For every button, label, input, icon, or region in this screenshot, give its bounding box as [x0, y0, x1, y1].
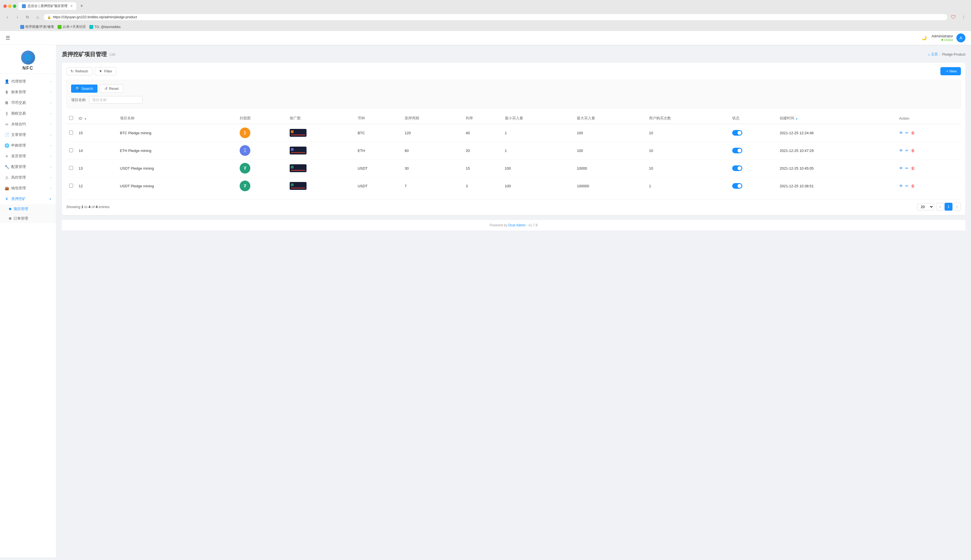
user-name: Administrator [931, 34, 953, 38]
sidebar-item-pledge[interactable]: ¥ 质押挖矿 ∨ [0, 193, 56, 204]
cell-cover-12: ₮ [237, 177, 287, 195]
reload-button[interactable]: ↻ [23, 13, 32, 21]
forward-button[interactable]: › [13, 13, 22, 21]
page-size-select[interactable]: 20 10 50 100 [917, 203, 934, 210]
delete-icon-14[interactable]: 🗑 [911, 148, 915, 153]
row-checkbox-14[interactable] [69, 148, 73, 152]
refresh-button[interactable]: ↻ Refresh [66, 67, 92, 75]
toolbar: ↻ Refresh ▼ Filter + New [66, 67, 961, 75]
dcat-admin-link[interactable]: Dcat Admin [508, 223, 526, 227]
sidebar-item-config[interactable]: 🔧 配置管理 › [0, 162, 56, 172]
bookmark-community[interactable]: 认准->天美社区 [58, 25, 86, 29]
address-bar[interactable]: 🔒 https://16yuyan-jys102.timibbs.vip/adm… [44, 14, 948, 20]
tab-favicon [22, 4, 26, 8]
row-checkbox-15[interactable] [69, 131, 73, 135]
bookmark-dev[interactable]: 程序搭建/开发/修复 [20, 25, 54, 29]
cell-period-13: 30 [402, 160, 463, 177]
top-bar: ☰ 🌙 Administrator Online A [0, 31, 971, 45]
back-button[interactable]: ‹ [3, 13, 11, 21]
reset-button[interactable]: ↺ Reset [100, 85, 123, 93]
search-input-name[interactable] [89, 96, 142, 103]
edit-icon-15[interactable]: ✏ [905, 131, 909, 135]
sidebar-item-currency[interactable]: B 币币交易 › [0, 97, 56, 108]
col-period: 质押周期 [402, 113, 463, 124]
main-card: ↻ Refresh ▼ Filter + New [62, 63, 965, 215]
cell-action-15: 👁 ✏ 🗑 [896, 124, 961, 142]
sidebar-item-risk[interactable]: ⚠ 风控管理 › [0, 172, 56, 183]
more-button[interactable]: ⋮ [960, 13, 968, 21]
status-toggle-12[interactable] [732, 183, 742, 189]
cell-rate-15: 40 [463, 124, 502, 142]
chevron-right-icon: › [50, 165, 52, 168]
sidebar-item-homepage-label: 首页管理 [11, 153, 26, 159]
new-button[interactable]: + New [940, 67, 961, 75]
cell-min-buy-13: 100 [502, 160, 574, 177]
user-avatar[interactable]: A [956, 33, 965, 42]
close-dot[interactable] [3, 5, 7, 8]
chevron-down-icon: ∨ [49, 197, 52, 201]
sidebar-item-article[interactable]: 📄 文章管理 › [0, 130, 56, 140]
next-page-button[interactable]: › [953, 203, 961, 211]
home-button[interactable]: ⌂ [34, 13, 42, 21]
browser-tab[interactable]: 总后台 | 质押挖矿项目管理 ✕ [18, 2, 76, 10]
sidebar-item-wallet[interactable]: 👜 钱包管理 › [0, 183, 56, 193]
cell-id-13: 13 [76, 160, 117, 177]
cell-min-buy-14: 1 [502, 142, 574, 160]
tab-close-icon[interactable]: ✕ [70, 4, 73, 8]
view-icon-12[interactable]: 👁 [899, 184, 903, 188]
maximize-dot[interactable] [13, 5, 16, 8]
breadcrumb-separator: / [939, 53, 940, 57]
cell-status-14 [729, 142, 777, 160]
status-toggle-15[interactable] [732, 130, 742, 136]
theme-toggle[interactable]: 🌙 [920, 34, 928, 42]
cell-promo-15 [287, 124, 355, 142]
prev-page-button[interactable]: ‹ [936, 203, 944, 211]
edit-icon-13[interactable]: ✏ [905, 166, 909, 170]
sidebar-item-pledge-project[interactable]: 项目管理 [0, 204, 56, 214]
delete-icon-13[interactable]: 🗑 [911, 166, 915, 170]
delete-icon-12[interactable]: 🗑 [911, 184, 915, 188]
filter-button[interactable]: ▼ Filter [95, 67, 117, 75]
sidebar-item-agent[interactable]: 👤 代理管理 › [0, 76, 56, 87]
sidebar-item-homepage[interactable]: ≡ 首页管理 › [0, 151, 56, 162]
breadcrumb-home[interactable]: ⌂ 主页 [928, 52, 938, 57]
bookmark-tg[interactable]: TG: @tianmeibbs [89, 25, 121, 29]
sidebar-item-futures[interactable]: ₿ 期权交易 › [0, 108, 56, 119]
row-checkbox-13[interactable] [69, 166, 73, 170]
view-icon-13[interactable]: 👁 [899, 166, 903, 170]
sidebar-item-subscribe[interactable]: 🌐 申购管理 › [0, 140, 56, 151]
cell-status-15 [729, 124, 777, 142]
user-info: Administrator Online [931, 34, 953, 42]
new-tab-button[interactable]: + [78, 3, 85, 10]
refresh-icon: ↻ [70, 69, 73, 73]
hamburger-menu[interactable]: ☰ [6, 35, 10, 41]
minimize-dot[interactable] [8, 5, 12, 8]
page-1-button[interactable]: 1 [944, 203, 953, 211]
sidebar-item-finance[interactable]: $ 财务管理 › [0, 87, 56, 97]
table-row: 15 BTC Pledge mining ₿ BTC 120 40 1 100 … [66, 124, 961, 142]
created-sort-icon[interactable]: ▲ [796, 117, 798, 120]
edit-icon-14[interactable]: ✏ [905, 148, 909, 153]
view-icon-15[interactable]: 👁 [899, 131, 903, 135]
chevron-right-icon: › [50, 155, 52, 158]
status-toggle-13[interactable] [732, 165, 742, 171]
sidebar-item-perp[interactable]: ∞ 永续合约 › [0, 119, 56, 130]
search-button[interactable]: 🔍 Search [71, 85, 97, 93]
cell-period-15: 120 [402, 124, 463, 142]
delete-icon-15[interactable]: 🗑 [911, 131, 915, 135]
sidebar-item-pledge-order[interactable]: 订单管理 [0, 214, 56, 223]
id-sort-icon[interactable]: ▲ [84, 117, 87, 120]
cell-max-buy-14: 100 [574, 142, 646, 160]
edit-icon-12[interactable]: ✏ [905, 184, 909, 188]
agent-icon: 👤 [5, 79, 9, 84]
chevron-right-icon: › [50, 144, 52, 147]
status-toggle-14[interactable] [732, 148, 742, 153]
select-all-checkbox[interactable] [69, 116, 73, 120]
cell-name-14: ETH Pledge mining [117, 142, 237, 160]
view-icon-14[interactable]: 👁 [899, 148, 903, 153]
cell-status-13 [729, 160, 777, 177]
cell-max-buy-13: 10000 [574, 160, 646, 177]
col-cover: 封面图 [237, 113, 287, 124]
row-checkbox-12[interactable] [69, 184, 73, 188]
cell-coin-13: USDT [355, 160, 402, 177]
